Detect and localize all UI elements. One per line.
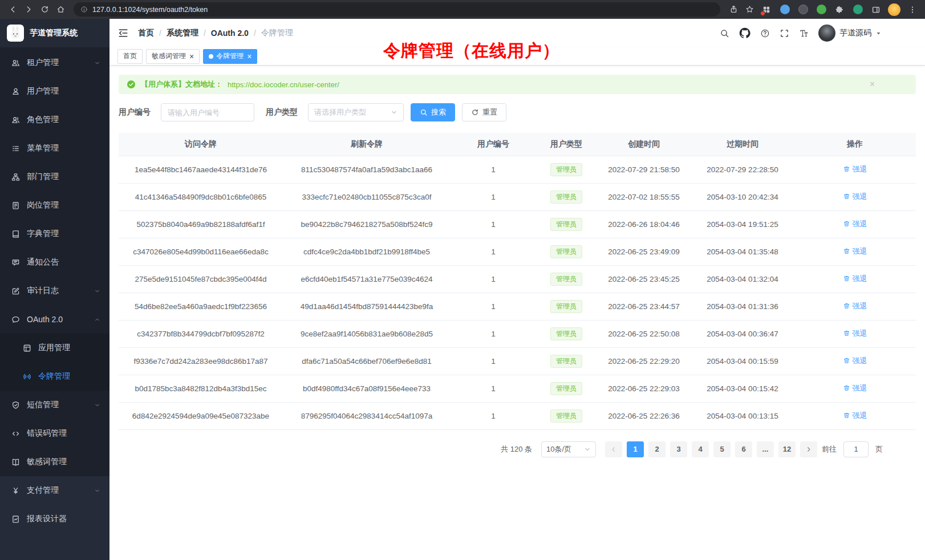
next-page-button[interactable] bbox=[800, 441, 817, 457]
user-id-input[interactable] bbox=[161, 103, 254, 121]
page-button-4[interactable]: 4 bbox=[692, 441, 709, 457]
alert-close-icon[interactable]: × bbox=[870, 80, 875, 89]
page-button-5[interactable]: 5 bbox=[713, 441, 731, 457]
force-logout-button[interactable]: 强退 bbox=[843, 356, 867, 366]
puzzle-icon bbox=[835, 5, 844, 14]
tab-close-icon[interactable]: × bbox=[247, 52, 251, 60]
tab-close-icon[interactable]: × bbox=[189, 52, 194, 60]
extension-icon-4[interactable] bbox=[814, 2, 829, 17]
home-icon[interactable] bbox=[53, 2, 68, 17]
created-time-cell: 2022-06-25 22:29:20 bbox=[597, 347, 691, 375]
address-bar[interactable]: 127.0.0.1:1024/system/oauth2/token bbox=[74, 2, 720, 17]
extension-icon-3[interactable] bbox=[796, 2, 810, 17]
sidebar-item-sensitive[interactable]: 敏感词管理 bbox=[0, 448, 109, 476]
page-more-button[interactable]: ... bbox=[757, 441, 774, 457]
force-logout-button[interactable]: 强退 bbox=[843, 274, 867, 284]
sidebar-item-sms[interactable]: 短信管理 bbox=[0, 391, 109, 419]
goto-page-input[interactable] bbox=[843, 441, 869, 457]
extension-icon-1[interactable] bbox=[759, 2, 774, 17]
user-menu[interactable]: 芋道源码 bbox=[818, 25, 882, 42]
page-button-6[interactable]: 6 bbox=[735, 441, 752, 457]
created-time-cell: 2022-06-25 23:44:57 bbox=[597, 293, 691, 320]
page-size-select[interactable]: 10条/页 bbox=[541, 441, 596, 457]
extension-icon-5[interactable] bbox=[850, 2, 865, 17]
force-logout-button[interactable]: 强退 bbox=[843, 219, 867, 229]
breadcrumb-item[interactable]: 首页 bbox=[138, 28, 154, 38]
page-button-3[interactable]: 3 bbox=[670, 441, 687, 457]
access-token-cell: b0d1785bc3a8482f812db4a3f3bd15ec bbox=[119, 375, 283, 402]
user-icon bbox=[11, 87, 20, 96]
sidebar-item-report[interactable]: 报表设计器 bbox=[0, 505, 109, 533]
forward-icon[interactable] bbox=[21, 2, 36, 17]
reset-button[interactable]: 重置 bbox=[462, 103, 506, 121]
sidebar-item-oauth2[interactable]: OAuth 2.0 bbox=[0, 305, 109, 334]
sidebar-item-audit[interactable]: 审计日志 bbox=[0, 277, 109, 305]
app-logo[interactable]: 芋道管理系统 bbox=[0, 19, 109, 47]
sidebar-item-menu[interactable]: 菜单管理 bbox=[0, 134, 109, 163]
github-icon[interactable] bbox=[739, 27, 750, 39]
action-cell: 强退 bbox=[794, 293, 916, 320]
collapse-sidebar-icon[interactable] bbox=[117, 27, 129, 39]
force-logout-button[interactable]: 强退 bbox=[843, 164, 867, 175]
access-token-cell: 275e5de9151045fe87cbdc395e004f4d bbox=[119, 265, 283, 293]
force-logout-button[interactable]: 强退 bbox=[843, 301, 867, 311]
sidebar-item-label: 审计日志 bbox=[27, 286, 59, 296]
sidebar-item-user[interactable]: 用户管理 bbox=[0, 77, 109, 105]
logo-image bbox=[7, 25, 24, 42]
page-button-1[interactable]: 1 bbox=[627, 441, 644, 457]
force-logout-button[interactable]: 强退 bbox=[843, 383, 867, 393]
force-logout-button[interactable]: 强退 bbox=[843, 328, 867, 339]
back-icon[interactable] bbox=[5, 2, 20, 17]
force-logout-button[interactable]: 强退 bbox=[843, 411, 867, 421]
reload-icon[interactable] bbox=[37, 2, 52, 17]
extension-icon-2[interactable] bbox=[777, 2, 792, 17]
created-time-cell: 2022-06-25 22:29:03 bbox=[597, 375, 691, 402]
tab-令牌管理[interactable]: 令牌管理× bbox=[203, 49, 257, 64]
sidebar-item-notice[interactable]: 通知公告 bbox=[0, 248, 109, 277]
action-cell: 强退 bbox=[794, 210, 916, 238]
fullscreen-icon[interactable] bbox=[780, 29, 789, 38]
page-button-2[interactable]: 2 bbox=[648, 441, 666, 457]
breadcrumb-item[interactable]: OAuth 2.0 bbox=[211, 29, 249, 38]
user-type-select[interactable]: 请选择用户类型 bbox=[308, 103, 404, 121]
share-icon[interactable] bbox=[726, 2, 741, 17]
sidebar-item-tenant[interactable]: 租户管理 bbox=[0, 48, 109, 77]
force-logout-button[interactable]: 强退 bbox=[843, 246, 867, 257]
bookmark-star-icon[interactable] bbox=[742, 2, 757, 17]
doc-link[interactable]: https://doc.iocoder.cn/user-center/ bbox=[228, 80, 339, 89]
sidebar-item-oauth2-app[interactable]: 应用管理 bbox=[0, 334, 109, 362]
created-time-cell: 2022-06-25 22:26:36 bbox=[597, 402, 691, 429]
site-info-icon[interactable] bbox=[80, 6, 88, 13]
panel-icon bbox=[871, 5, 881, 14]
breadcrumb: 首页/系统管理/OAuth 2.0/令牌管理 bbox=[138, 28, 293, 38]
prev-page-button[interactable] bbox=[605, 441, 622, 457]
page-button-12[interactable]: 12 bbox=[778, 441, 796, 457]
sidebar-item-oauth2-token[interactable]: 令牌管理 bbox=[0, 362, 109, 391]
browser-menu-icon[interactable] bbox=[905, 2, 920, 17]
user-type-cell: 管理员 bbox=[536, 293, 597, 320]
breadcrumb-item[interactable]: 系统管理 bbox=[167, 28, 198, 38]
help-icon[interactable] bbox=[760, 29, 770, 38]
side-panel-icon[interactable] bbox=[869, 2, 883, 17]
sidebar-item-role[interactable]: 角色管理 bbox=[0, 105, 109, 134]
font-size-icon[interactable] bbox=[799, 29, 809, 38]
search-button[interactable]: 搜索 bbox=[411, 103, 455, 121]
browser-profile-avatar[interactable] bbox=[887, 2, 902, 17]
tab-首页[interactable]: 首页 bbox=[117, 49, 143, 64]
user-type-cell: 管理员 bbox=[536, 375, 597, 402]
sidebar-item-errcode[interactable]: 错误码管理 bbox=[0, 419, 109, 448]
audit-icon bbox=[11, 287, 20, 295]
sidebar-item-label: 通知公告 bbox=[27, 257, 59, 267]
sidebar-item-dict[interactable]: 字典管理 bbox=[0, 220, 109, 248]
sidebar-item-dept[interactable]: 部门管理 bbox=[0, 163, 109, 191]
pagination: 共 120 条 10条/页 123456...12 前往 页 bbox=[119, 441, 916, 457]
sidebar-item-post[interactable]: 岗位管理 bbox=[0, 191, 109, 220]
tab-敏感词管理[interactable]: 敏感词管理× bbox=[146, 49, 200, 64]
delete-icon bbox=[843, 220, 850, 228]
search-icon[interactable] bbox=[720, 29, 729, 38]
extensions-puzzle-icon[interactable] bbox=[832, 2, 847, 17]
force-logout-button[interactable]: 强退 bbox=[843, 192, 867, 202]
sidebar-item-pay[interactable]: 支付管理 bbox=[0, 476, 109, 505]
tab-label: 令牌管理 bbox=[216, 51, 244, 61]
refresh-token-cell: 9ce8ef2aa9f14056b831ae9b608e28d5 bbox=[283, 320, 451, 347]
